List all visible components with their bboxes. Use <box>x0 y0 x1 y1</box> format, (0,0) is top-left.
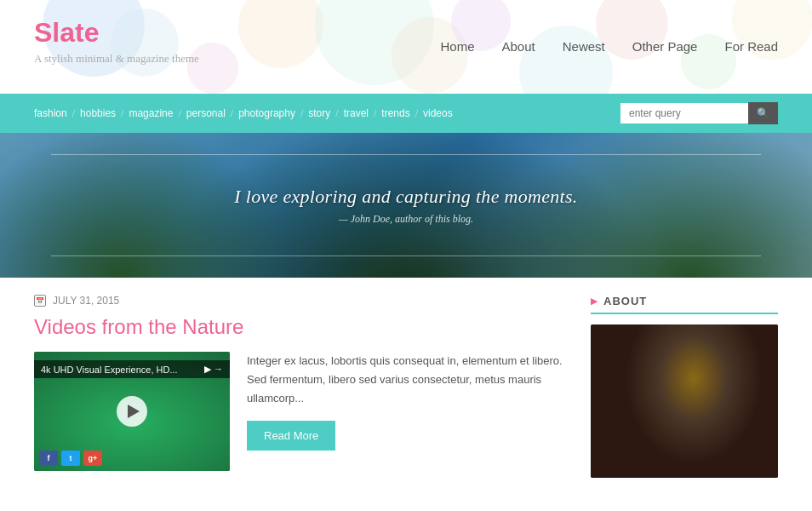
sep3: / <box>178 107 180 120</box>
nav-for-read[interactable]: For Read <box>724 39 778 54</box>
cat-photography[interactable]: photography <box>238 107 295 119</box>
category-bar: fashion / hobbies / magazine / personal … <box>0 94 812 133</box>
cat-magazine[interactable]: magazine <box>129 107 173 119</box>
video-title-text: 4k UHD Visual Experience, HD... <box>41 365 178 375</box>
twitter-share-button[interactable]: t <box>61 451 80 466</box>
post-title[interactable]: Videos from the Nature <box>34 315 565 339</box>
site-logo[interactable]: Slate A stylish minimal & magazine theme <box>34 17 199 66</box>
video-thumbnail[interactable]: 4k UHD Visual Experience, HD... ▶ → f t … <box>34 352 230 471</box>
cat-trends[interactable]: trends <box>381 107 409 119</box>
hero-content: I love exploring and capturing the momen… <box>234 186 577 226</box>
about-photo <box>591 324 778 478</box>
calendar-icon: 📅 <box>34 295 46 307</box>
main-nav: Home About Newest Other Page For Read <box>417 39 779 55</box>
category-links: fashion / hobbies / magazine / personal … <box>34 107 453 120</box>
hero-line-top <box>51 154 761 155</box>
sep2: / <box>121 107 123 120</box>
search-button[interactable]: 🔍 <box>748 102 778 124</box>
sep7: / <box>374 107 376 120</box>
logo-subtitle: A stylish minimal & magazine theme <box>34 52 199 66</box>
main-content-wrapper: 📅 JULY 31, 2015 Videos from the Nature 4… <box>0 278 812 495</box>
sidebar-arrow-icon: ▶ <box>591 296 598 306</box>
video-title-bar: 4k UHD Visual Experience, HD... ▶ → <box>34 360 230 378</box>
play-triangle-icon <box>128 405 140 418</box>
video-play-button[interactable] <box>117 396 147 427</box>
hero-line-bottom <box>51 256 761 256</box>
site-header: Slate A stylish minimal & magazine theme… <box>0 0 812 94</box>
about-section-title: ▶ ABOUT <box>591 295 778 314</box>
sep1: / <box>72 107 75 120</box>
cat-fashion[interactable]: fashion <box>34 107 67 119</box>
sep4: / <box>231 107 233 120</box>
search-icon: 🔍 <box>757 107 769 119</box>
cat-videos[interactable]: videos <box>423 107 453 119</box>
post-body: 4k UHD Visual Experience, HD... ▶ → f t … <box>34 352 565 471</box>
about-photo-image <box>591 324 778 478</box>
nav-other-page[interactable]: Other Page <box>632 39 698 54</box>
social-share-icons: f t g+ <box>39 451 102 466</box>
video-controls-icon: ▶ → <box>204 364 223 375</box>
logo-title: Slate <box>34 17 199 49</box>
cat-travel[interactable]: travel <box>344 107 369 119</box>
post-excerpt: Integer ex lacus, lobortis quis consequa… <box>247 352 565 408</box>
nav-about[interactable]: About <box>502 39 535 54</box>
post-text-area: Integer ex lacus, lobortis quis consequa… <box>247 352 565 471</box>
sidebar: ▶ ABOUT <box>591 278 778 495</box>
hero-section: I love exploring and capturing the momen… <box>0 133 812 278</box>
cat-story[interactable]: story <box>308 107 330 119</box>
facebook-share-button[interactable]: f <box>39 451 58 466</box>
search-area: 🔍 <box>620 102 778 124</box>
nav-newest[interactable]: Newest <box>563 39 605 54</box>
post-date-text: JULY 31, 2015 <box>53 295 119 307</box>
nav-home[interactable]: Home <box>441 39 475 54</box>
content-area: 📅 JULY 31, 2015 Videos from the Nature 4… <box>34 278 565 495</box>
sep8: / <box>415 107 418 120</box>
hero-author: — John Doe, author of this blog. <box>234 213 577 226</box>
googleplus-share-button[interactable]: g+ <box>83 451 102 466</box>
about-title-text: ABOUT <box>603 295 647 307</box>
cat-hobbies[interactable]: hobbies <box>80 107 116 119</box>
cat-personal[interactable]: personal <box>186 107 226 119</box>
post-date: 📅 JULY 31, 2015 <box>34 295 565 307</box>
sep5: / <box>300 107 303 120</box>
search-input[interactable] <box>620 103 748 123</box>
sep6: / <box>335 107 338 120</box>
hero-quote: I love exploring and capturing the momen… <box>234 186 577 208</box>
read-more-button[interactable]: Read More <box>247 421 335 451</box>
